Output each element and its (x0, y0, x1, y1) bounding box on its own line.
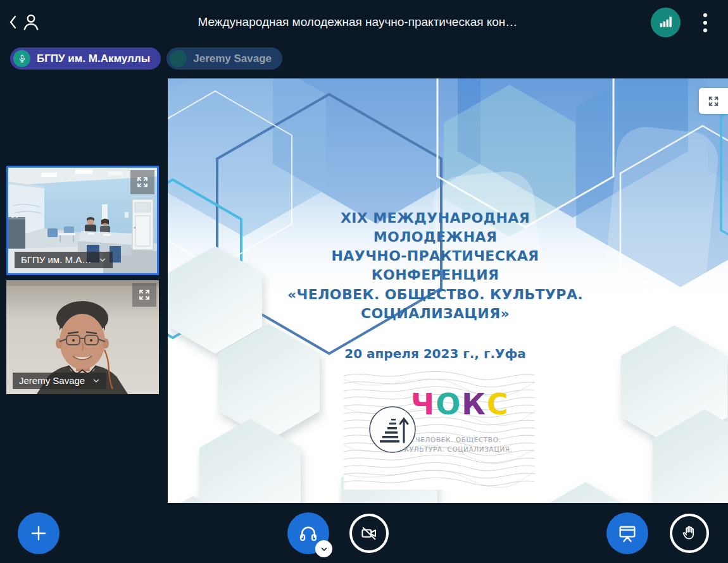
headphones-icon (298, 523, 319, 544)
video-tile-bgpu[interactable]: БГПУ им. М.А… (6, 166, 159, 275)
slide-heading-line: НАУЧНО-ПРАКТИЧЕСКАЯ КОНФЕРЕНЦИЯ (284, 247, 587, 285)
talker-pill-bgpu[interactable]: БГПУ им. М.Акмуллы (10, 47, 161, 70)
chevron-down-icon (99, 256, 106, 264)
talker-pill-jeremy[interactable]: Jeremy Savage (166, 47, 282, 70)
presentation-area: XIX МЕЖДУНАРОДНАЯ МОЛОДЕЖНАЯ НАУЧНО-ПРАК… (168, 78, 728, 503)
back-chevron-icon (8, 14, 19, 33)
logo-subtitle-line: КУЛЬТУРА. СОЦИАЛИЗАЦИЯ. (398, 445, 518, 454)
person-icon (20, 11, 42, 35)
kebab-dot (703, 21, 707, 25)
audio-options-chevron-button[interactable] (315, 540, 332, 557)
kebab-dot (703, 28, 707, 32)
back-participants-button[interactable] (8, 11, 42, 35)
logo-letter: О (436, 387, 461, 421)
top-bar: Международная молодежная научно-практиче… (0, 0, 728, 44)
actions-plus-button[interactable] (18, 512, 60, 554)
choks-conference-logo: ЧОКС ЧЕЛОВЕК. ОБЩЕСТВО. КУЛЬТУРА. СОЦИАЛ… (344, 369, 535, 490)
expand-arrows-icon (137, 287, 152, 302)
logo-letter: К (461, 387, 487, 421)
tile-name-label: Jeremy Savage (19, 375, 85, 386)
logo-subtitle: ЧЕЛОВЕК. ОБЩЕСТВО. КУЛЬТУРА. СОЦИАЛИЗАЦИ… (398, 435, 518, 454)
tile-name-dropdown[interactable]: Jeremy Savage (13, 373, 106, 389)
chevron-down-icon (92, 377, 100, 385)
whiteboard-icon (617, 523, 637, 543)
plus-icon (28, 523, 49, 543)
talker-indicator-row: БГПУ им. М.Акмуллы Jeremy Savage (10, 47, 282, 70)
logo-letter: С (487, 387, 510, 421)
meeting-app-window: Международная молодежная научно-практиче… (0, 0, 728, 563)
slide-heading-line: XIX МЕЖДУНАРОДНАЯ МОЛОДЕЖНАЯ (284, 209, 587, 247)
slide-date-line: 20 апреля 2023 г., г.Уфа (168, 346, 703, 361)
expand-arrows-icon (135, 175, 150, 190)
presentation-fullscreen-button[interactable] (699, 88, 728, 114)
camera-toggle-button[interactable] (349, 514, 389, 553)
kebab-dot (703, 13, 707, 17)
raise-hand-icon (680, 524, 699, 543)
camera-off-icon (360, 524, 379, 543)
raise-hand-button[interactable] (670, 514, 709, 553)
logo-letter: Ч (411, 387, 436, 421)
slide-heading: XIX МЕЖДУНАРОДНАЯ МОЛОДЕЖНАЯ НАУЧНО-ПРАК… (168, 209, 703, 323)
talker-pill-label: Jeremy Savage (193, 53, 272, 65)
connection-status-button[interactable] (651, 8, 681, 37)
meeting-title: Международная молодежная научно-практиче… (198, 15, 517, 29)
expand-arrows-icon (706, 94, 720, 108)
video-tile-jeremy[interactable]: Jeremy Savage (6, 280, 159, 394)
chevron-down-icon (320, 545, 329, 554)
tile-fullscreen-button[interactable] (130, 170, 154, 194)
whiteboard-access-button[interactable] (606, 512, 648, 554)
tile-name-dropdown[interactable]: БГПУ им. М.А… (15, 252, 113, 268)
options-menu-button[interactable] (695, 11, 715, 34)
muted-avatar-dot (170, 50, 187, 67)
talker-pill-label: БГПУ им. М.Акмуллы (37, 53, 150, 65)
logo-subtitle-line: ЧЕЛОВЕК. ОБЩЕСТВО. (398, 435, 518, 445)
audio-leave-button[interactable] (287, 512, 329, 554)
tile-fullscreen-button[interactable] (132, 283, 156, 307)
tile-name-label: БГПУ им. М.А… (21, 254, 91, 265)
choks-wordmark: ЧОКС (411, 390, 510, 419)
signal-bars-icon (658, 13, 674, 32)
slide-heading-line: «ЧЕЛОВЕК. ОБЩЕСТВО. КУЛЬТУРА. СОЦИАЛИЗАЦ… (252, 285, 619, 323)
microphone-icon (13, 50, 30, 67)
